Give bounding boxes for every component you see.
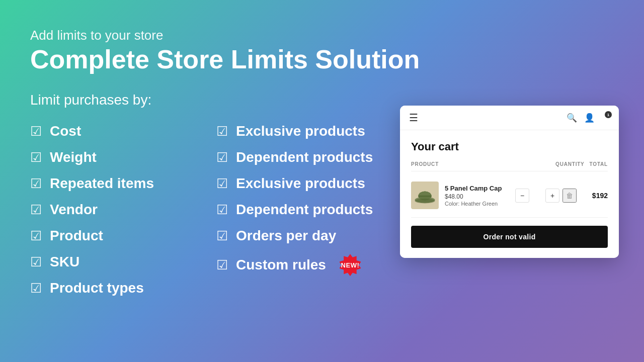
new-badge: NEW! [339, 254, 361, 276]
feature-label-exclusive-2: Exclusive products [236, 175, 365, 192]
product-image [411, 182, 439, 209]
feature-label-product: Product [50, 228, 103, 244]
product-total: $192 [583, 192, 608, 200]
feature-label-orders: Orders per day [236, 228, 336, 244]
col-product-header: PRODUCT [411, 161, 550, 167]
check-icon: ☑ [30, 151, 42, 164]
cart-icon-wrapper[interactable]: 🛍 1 [602, 113, 610, 122]
feature-label-product-types: Product types [50, 280, 144, 296]
check-icon: ☑ [30, 177, 42, 190]
cart-title: Your cart [411, 140, 608, 153]
feature-label-weight: Weight [50, 149, 97, 165]
feature-sku: ☑ SKU [30, 249, 201, 275]
check-icon: ☑ [216, 203, 228, 216]
features-col2: ☑ Exclusive products ☑ Dependent product… [216, 118, 408, 301]
nav-icons: 🔍 👤 🛍 1 [567, 113, 610, 123]
product-name: 5 Panel Camp Cap [445, 185, 509, 192]
feature-label-vendor: Vendor [50, 202, 98, 218]
feature-product: ☑ Product [30, 223, 201, 249]
delete-item-button[interactable]: 🗑 [562, 189, 577, 203]
check-icon: ☑ [30, 282, 42, 295]
feature-label-dependent-2: Dependent products [236, 202, 373, 218]
feature-dependent-products-2: ☑ Dependent products [216, 197, 408, 223]
check-icon: ☑ [30, 203, 42, 216]
page-subtitle: Add limits to your store [30, 28, 614, 43]
features-col1: ☑ Cost ☑ Weight ☑ Repeated items ☑ Vendo… [30, 118, 201, 301]
feature-cost: ☑ Cost [30, 118, 201, 144]
col-quantity-header: QUANTITY [555, 161, 585, 167]
cart-count: 1 [605, 111, 612, 118]
feature-label-exclusive-1: Exclusive products [236, 123, 365, 139]
order-not-valid-button[interactable]: Order not valid [411, 226, 608, 248]
main-content: Add limits to your store Complete Store … [0, 0, 644, 362]
cart-window: ☰ 🔍 👤 🛍 1 Your cart PRODUCT QUANTITY TOT… [400, 106, 619, 258]
feature-dependent-products-1: ☑ Dependent products [216, 144, 408, 170]
qty-increase-button[interactable]: + [545, 189, 559, 203]
col-total-header: TOTAL [590, 161, 608, 167]
feature-label-custom: Custom rules [236, 257, 326, 273]
check-icon: ☑ [216, 229, 228, 242]
check-icon: ☑ [216, 151, 228, 164]
page-title: Complete Store Limits Solution [30, 45, 614, 74]
feature-exclusive-products-1: ☑ Exclusive products [216, 118, 408, 144]
feature-weight: ☑ Weight [30, 144, 201, 170]
cart-product-row: 5 Panel Camp Cap $48.00 Color: Heather G… [411, 177, 608, 218]
check-icon: ☑ [216, 125, 228, 138]
product-info: 5 Panel Camp Cap $48.00 Color: Heather G… [445, 185, 509, 207]
feature-vendor: ☑ Vendor [30, 197, 201, 223]
hamburger-icon[interactable]: ☰ [409, 112, 418, 124]
account-icon[interactable]: 👤 [584, 113, 595, 123]
feature-orders-per-day: ☑ Orders per day [216, 223, 408, 249]
feature-repeated-items: ☑ Repeated items [30, 170, 201, 197]
svg-point-4 [415, 198, 435, 203]
qty-decrease-button[interactable]: − [515, 189, 529, 203]
feature-label-cost: Cost [50, 123, 81, 139]
feature-product-types: ☑ Product types [30, 275, 201, 301]
qty-value: 4 [532, 192, 542, 200]
cart-table-header: PRODUCT QUANTITY TOTAL [411, 161, 608, 171]
product-variant: Color: Heather Green [445, 201, 509, 207]
cart-body: Your cart PRODUCT QUANTITY TOTAL [400, 130, 619, 258]
check-icon: ☑ [30, 255, 42, 268]
check-icon: ☑ [216, 177, 228, 190]
quantity-controls: − 4 + 🗑 [515, 189, 577, 203]
svg-rect-3 [418, 195, 431, 197]
search-icon[interactable]: 🔍 [567, 113, 577, 123]
feature-exclusive-products-2: ☑ Exclusive products [216, 170, 408, 197]
check-icon: ☑ [30, 125, 42, 138]
feature-custom-rules: ☑ Custom rules NEW! [216, 249, 408, 281]
check-icon: ☑ [30, 229, 42, 242]
feature-label-sku: SKU [50, 254, 79, 270]
feature-label-dependent-1: Dependent products [236, 149, 373, 165]
cart-navbar: ☰ 🔍 👤 🛍 1 [400, 106, 619, 130]
check-icon: ☑ [216, 258, 228, 272]
feature-label-repeated: Repeated items [50, 175, 154, 192]
product-price: $48.00 [445, 193, 509, 200]
